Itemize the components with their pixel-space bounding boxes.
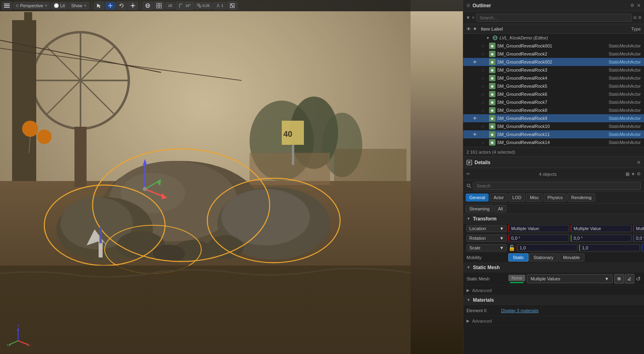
scale-x-input[interactable] [517,244,578,251]
star-icon-r001[interactable]: ☆ [481,44,487,48]
details-tab-rendering[interactable]: Rendering [568,193,595,202]
details-subtab-all[interactable]: All [494,205,506,212]
outliner-collapse-button[interactable]: ⧉ [634,15,636,20]
transform-section-header[interactable]: ▼ Transform [463,214,644,224]
mobility-btn-static[interactable]: Static [508,253,528,261]
star-icon-r7[interactable]: ☆ [481,100,487,105]
outliner-item-r10[interactable]: · ☆ ▣ SM_GroundRevealRock10 StaticMeshAc… [463,122,644,130]
viewport-menu-button[interactable] [2,2,12,10]
location-z-input[interactable] [633,225,644,232]
scale-lock-icon[interactable]: 🔓 [508,245,515,251]
eye-icon-r4[interactable]: · [473,76,479,80]
star-icon-r5[interactable]: ☆ [481,84,487,88]
rotation-x-input[interactable] [508,235,569,242]
move-tool-button[interactable] [105,2,116,10]
details-tab-physics[interactable]: Physics [544,193,566,202]
outliner-item-r6[interactable]: · ☆ ▣ SM_GroundRevealRock6 StaticMeshAct… [463,90,644,98]
rotation-dropdown[interactable]: Rotation ▼ [466,235,507,242]
static-mesh-section-header[interactable]: ▼ Static Mesh [463,263,644,272]
eye-icon-r3[interactable]: · [473,68,479,72]
world-local-button[interactable] [142,2,153,10]
scale-z-input[interactable] [642,244,644,251]
viewport-show-button[interactable]: Show ▼ [68,2,89,9]
outliner-item-r5[interactable]: · ☆ ▣ SM_GroundRevealRock5 StaticMeshAct… [463,82,644,90]
outliner-close-button[interactable]: ✕ [637,3,641,8]
viewport-perspective-button[interactable]: ⊙ Perspective ▼ [13,2,50,9]
star-icon-r9[interactable]: ☆ [481,116,487,121]
star-icon-r11[interactable]: ☆ [481,132,487,137]
eye-icon-r14[interactable]: · [473,140,479,145]
details-tab-lod[interactable]: LOD [509,193,525,202]
details-tab-misc[interactable]: Misc [526,193,543,202]
grid-button[interactable] [154,2,164,10]
rotate-tool-button[interactable] [116,2,127,10]
star-icon-r14[interactable]: ☆ [481,140,487,145]
scale-snap-button[interactable]: 0,25 [194,2,213,9]
outliner-item-r4[interactable]: · ☆ ▣ SM_GroundRevealRock4 StaticMeshAct… [463,74,644,82]
outliner-filter-button[interactable]: ▼ [466,15,471,21]
mobility-btn-movable[interactable]: Movable [559,253,584,261]
star-icon-r3[interactable]: ☆ [481,68,487,72]
rotation-z-input[interactable] [633,235,644,242]
outliner-item-r3[interactable]: · ☆ ▣ SM_GroundRevealRock3 StaticMeshAct… [463,66,644,74]
static-mesh-browse-button[interactable] [614,274,624,284]
grid-snap-button[interactable]: 10 [165,2,175,9]
rotation-y-input[interactable] [571,235,632,242]
maximize-button[interactable] [227,2,237,10]
outliner-search-input[interactable] [476,14,632,22]
star-icon-r002[interactable]: ☆ [481,60,487,64]
eye-icon-r9[interactable]: 👁 [473,116,479,121]
materials-section-header[interactable]: ▼ Materials [463,295,644,305]
eye-icon-r002[interactable]: 👁 [473,60,479,64]
angle-snap-button[interactable]: 10° [176,2,194,10]
details-tab-general[interactable]: General [466,193,489,202]
location-y-input[interactable] [571,225,632,232]
scale-dropdown[interactable]: Scale ▼ [466,244,507,251]
details-grid-view-button[interactable]: ▦ [625,171,630,177]
details-settings-button[interactable]: ⚙ [637,171,641,177]
eye-icon-r7[interactable]: · [473,100,479,105]
outliner-item-r7[interactable]: · ☆ ▣ SM_GroundRevealRock7 StaticMeshAct… [463,98,644,106]
outliner-item-r9[interactable]: 👁 ☆ ▣ SM_GroundRevealRock9 StaticMeshAct… [463,114,644,122]
display-materials-link[interactable]: Display 3 materials [501,308,539,313]
details-close-button[interactable]: ✕ [637,160,641,165]
outliner-settings-button[interactable]: ⚙ [630,3,634,8]
details-content[interactable]: ▼ Transform Location ▼ ↺ [463,214,644,354]
details-tab-actor[interactable]: Actor [490,193,508,202]
static-mesh-edit-button[interactable] [625,274,634,284]
outliner-item-r11[interactable]: 👁 ☆ ▣ SM_GroundRevealRock11 StaticMeshAc… [463,130,644,138]
star-icon-r10[interactable]: ☆ [481,124,487,129]
outliner-item-r14[interactable]: · ☆ ▣ SM_GroundRevealRock14 StaticMeshAc… [463,138,644,146]
eye-icon-r6[interactable]: · [473,92,479,97]
viewport[interactable]: 40 [0,0,463,354]
details-search-input[interactable] [473,182,641,190]
details-subtab-streaming[interactable]: Streaming [466,205,493,212]
eye-icon-r5[interactable]: · [473,84,479,88]
mobility-btn-stationary[interactable]: Stationary [529,253,558,261]
advanced-row-1[interactable]: ▶ Advanced [463,286,644,295]
outliner-item-r8[interactable]: · ☆ ▣ SM_GroundRevealRock8 StaticMeshAct… [463,106,644,114]
camera-speed-button[interactable]: 1 [213,2,226,9]
outliner-item-r002[interactable]: 👁 ☆ ▣ SM_GroundRevealRock002 StaticMeshA… [463,58,644,66]
advanced-row-2[interactable]: ▶ Advanced [463,316,644,326]
star-icon-r4[interactable]: ☆ [481,76,487,80]
outliner-item-r2[interactable]: · ☆ ▣ SM_GroundRevealRock2 StaticMeshAct… [463,50,644,58]
star-icon-r2[interactable]: ☆ [481,52,487,56]
eye-icon-r001[interactable]: · [473,44,479,48]
location-x-input[interactable] [508,225,569,232]
static-mesh-undo-button[interactable]: ↺ [636,276,641,282]
viewport-lit-button[interactable]: Lit [51,2,68,9]
location-dropdown[interactable]: Location ▼ [466,225,507,232]
scale-y-input[interactable] [579,244,640,251]
outliner-item-r001[interactable]: · ☆ ▣ SM_GroundRevealRock001 StaticMeshA… [463,42,644,50]
static-mesh-dropdown[interactable]: Multiple Values ▼ [527,274,613,283]
eye-icon-r10[interactable]: · [473,124,479,129]
star-icon-r8[interactable]: ☆ [481,108,487,113]
select-tool-button[interactable] [94,2,104,10]
outliner-menu-icon[interactable]: ☰ [466,3,470,8]
outliner-item-root[interactable]: ▼ LVL_KioskDemo (Editor) [463,34,644,42]
eye-icon-r8[interactable]: · [473,108,479,113]
eye-icon-r11[interactable]: 👁 [473,132,479,137]
star-icon-r6[interactable]: ☆ [481,92,487,97]
details-star-button[interactable]: ★ [631,171,635,177]
